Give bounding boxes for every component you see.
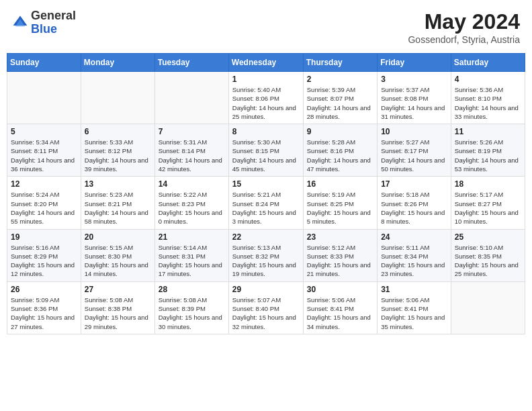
calendar-cell: 16Sunrise: 5:19 AM Sunset: 8:25 PM Dayli… — [303, 177, 377, 229]
calendar-cell: 28Sunrise: 5:08 AM Sunset: 8:39 PM Dayli… — [154, 281, 228, 334]
calendar-header-row: SundayMondayTuesdayWednesdayThursdayFrid… — [7, 54, 525, 72]
day-number: 2 — [307, 75, 373, 84]
calendar-cell: 11Sunrise: 5:26 AM Sunset: 8:19 PM Dayli… — [451, 124, 525, 177]
calendar-week-row: 1Sunrise: 5:40 AM Sunset: 8:06 PM Daylig… — [7, 72, 525, 124]
calendar-cell: 3Sunrise: 5:37 AM Sunset: 8:08 PM Daylig… — [378, 72, 451, 124]
logo-blue-text: Blue — [31, 22, 57, 36]
calendar-cell: 26Sunrise: 5:09 AM Sunset: 8:36 PM Dayli… — [7, 281, 81, 334]
day-number: 16 — [307, 179, 373, 189]
day-info: Sunrise: 5:39 AM Sunset: 8:07 PM Dayligh… — [307, 85, 373, 121]
day-number: 15 — [232, 179, 300, 189]
day-number: 7 — [159, 127, 225, 136]
calendar-cell: 17Sunrise: 5:18 AM Sunset: 8:26 PM Dayli… — [378, 177, 451, 229]
day-number: 29 — [232, 285, 300, 294]
day-number: 20 — [85, 232, 151, 242]
day-info: Sunrise: 5:22 AM Sunset: 8:23 PM Dayligh… — [159, 190, 225, 226]
calendar-cell — [451, 281, 525, 334]
day-number: 1 — [232, 75, 300, 84]
day-info: Sunrise: 5:16 AM Sunset: 8:29 PM Dayligh… — [11, 243, 77, 279]
day-number: 4 — [455, 75, 521, 84]
day-number: 18 — [455, 179, 521, 189]
day-info: Sunrise: 5:28 AM Sunset: 8:16 PM Dayligh… — [307, 138, 373, 173]
day-number: 31 — [381, 285, 447, 294]
calendar-cell: 24Sunrise: 5:11 AM Sunset: 8:34 PM Dayli… — [378, 229, 451, 281]
calendar-cell: 9Sunrise: 5:28 AM Sunset: 8:16 PM Daylig… — [303, 124, 377, 177]
column-header-thursday: Thursday — [303, 54, 377, 72]
calendar-cell: 31Sunrise: 5:06 AM Sunset: 8:41 PM Dayli… — [378, 281, 451, 334]
day-info: Sunrise: 5:34 AM Sunset: 8:11 PM Dayligh… — [11, 138, 77, 173]
column-header-tuesday: Tuesday — [154, 54, 228, 72]
column-header-sunday: Sunday — [7, 54, 81, 72]
day-number: 11 — [455, 127, 521, 136]
day-number: 28 — [159, 285, 225, 294]
calendar-week-row: 5Sunrise: 5:34 AM Sunset: 8:11 PM Daylig… — [7, 124, 525, 177]
calendar-cell — [7, 72, 81, 124]
calendar-week-row: 12Sunrise: 5:24 AM Sunset: 8:20 PM Dayli… — [7, 177, 525, 229]
calendar-cell: 20Sunrise: 5:15 AM Sunset: 8:30 PM Dayli… — [81, 229, 154, 281]
calendar-cell: 4Sunrise: 5:36 AM Sunset: 8:10 PM Daylig… — [451, 72, 525, 124]
day-number: 8 — [232, 127, 300, 136]
calendar-cell: 18Sunrise: 5:17 AM Sunset: 8:27 PM Dayli… — [451, 177, 525, 229]
day-number: 13 — [85, 179, 151, 189]
column-header-wednesday: Wednesday — [228, 54, 303, 72]
calendar-week-row: 26Sunrise: 5:09 AM Sunset: 8:36 PM Dayli… — [7, 281, 525, 334]
day-info: Sunrise: 5:10 AM Sunset: 8:35 PM Dayligh… — [455, 243, 521, 279]
day-info: Sunrise: 5:13 AM Sunset: 8:32 PM Dayligh… — [232, 243, 300, 279]
day-number: 30 — [307, 285, 373, 294]
column-header-monday: Monday — [81, 54, 154, 72]
day-info: Sunrise: 5:27 AM Sunset: 8:17 PM Dayligh… — [381, 138, 447, 173]
calendar-cell: 14Sunrise: 5:22 AM Sunset: 8:23 PM Dayli… — [154, 177, 228, 229]
day-info: Sunrise: 5:08 AM Sunset: 8:38 PM Dayligh… — [85, 295, 151, 331]
day-number: 3 — [381, 75, 447, 84]
calendar-cell: 22Sunrise: 5:13 AM Sunset: 8:32 PM Dayli… — [228, 229, 303, 281]
day-info: Sunrise: 5:06 AM Sunset: 8:41 PM Dayligh… — [307, 295, 373, 331]
day-info: Sunrise: 5:08 AM Sunset: 8:39 PM Dayligh… — [159, 295, 225, 331]
calendar-cell — [81, 72, 154, 124]
calendar-cell: 23Sunrise: 5:12 AM Sunset: 8:33 PM Dayli… — [303, 229, 377, 281]
month-year-title: May 2024 — [408, 9, 520, 34]
day-info: Sunrise: 5:11 AM Sunset: 8:34 PM Dayligh… — [381, 243, 447, 279]
day-info: Sunrise: 5:24 AM Sunset: 8:20 PM Dayligh… — [11, 190, 77, 226]
day-info: Sunrise: 5:26 AM Sunset: 8:19 PM Dayligh… — [455, 138, 521, 173]
day-info: Sunrise: 5:12 AM Sunset: 8:33 PM Dayligh… — [307, 243, 373, 279]
day-info: Sunrise: 5:19 AM Sunset: 8:25 PM Dayligh… — [307, 190, 373, 226]
day-info: Sunrise: 5:36 AM Sunset: 8:10 PM Dayligh… — [455, 85, 521, 121]
calendar-cell: 29Sunrise: 5:07 AM Sunset: 8:40 PM Dayli… — [228, 281, 303, 334]
location-subtitle: Gossendorf, Styria, Austria — [408, 34, 520, 45]
day-info: Sunrise: 5:15 AM Sunset: 8:30 PM Dayligh… — [85, 243, 151, 279]
calendar-week-row: 19Sunrise: 5:16 AM Sunset: 8:29 PM Dayli… — [7, 229, 525, 281]
day-info: Sunrise: 5:40 AM Sunset: 8:06 PM Dayligh… — [232, 85, 300, 121]
calendar-cell: 10Sunrise: 5:27 AM Sunset: 8:17 PM Dayli… — [378, 124, 451, 177]
page-header: General Blue May 2024 Gossendorf, Styria… — [7, 7, 525, 48]
calendar-cell: 5Sunrise: 5:34 AM Sunset: 8:11 PM Daylig… — [7, 124, 81, 177]
calendar-cell: 13Sunrise: 5:23 AM Sunset: 8:21 PM Dayli… — [81, 177, 154, 229]
day-info: Sunrise: 5:07 AM Sunset: 8:40 PM Dayligh… — [232, 295, 300, 331]
calendar-table: SundayMondayTuesdayWednesdayThursdayFrid… — [7, 53, 525, 334]
day-info: Sunrise: 5:09 AM Sunset: 8:36 PM Dayligh… — [11, 295, 77, 331]
calendar-cell — [154, 72, 228, 124]
day-info: Sunrise: 5:33 AM Sunset: 8:12 PM Dayligh… — [85, 138, 151, 173]
calendar-cell: 1Sunrise: 5:40 AM Sunset: 8:06 PM Daylig… — [228, 72, 303, 124]
day-info: Sunrise: 5:30 AM Sunset: 8:15 PM Dayligh… — [232, 138, 300, 173]
day-number: 25 — [455, 232, 521, 242]
calendar-cell: 25Sunrise: 5:10 AM Sunset: 8:35 PM Dayli… — [451, 229, 525, 281]
day-number: 5 — [11, 127, 77, 136]
day-info: Sunrise: 5:18 AM Sunset: 8:26 PM Dayligh… — [381, 190, 447, 226]
day-number: 26 — [11, 285, 77, 294]
calendar-cell: 12Sunrise: 5:24 AM Sunset: 8:20 PM Dayli… — [7, 177, 81, 229]
day-number: 21 — [159, 232, 225, 242]
calendar-cell: 19Sunrise: 5:16 AM Sunset: 8:29 PM Dayli… — [7, 229, 81, 281]
day-info: Sunrise: 5:23 AM Sunset: 8:21 PM Dayligh… — [85, 190, 151, 226]
column-header-saturday: Saturday — [451, 54, 525, 72]
day-info: Sunrise: 5:37 AM Sunset: 8:08 PM Dayligh… — [381, 85, 447, 121]
calendar-cell: 7Sunrise: 5:31 AM Sunset: 8:14 PM Daylig… — [154, 124, 228, 177]
day-number: 22 — [232, 232, 300, 242]
day-number: 12 — [11, 179, 77, 189]
day-number: 10 — [381, 127, 447, 136]
calendar-cell: 21Sunrise: 5:14 AM Sunset: 8:31 PM Dayli… — [154, 229, 228, 281]
day-number: 17 — [381, 179, 447, 189]
day-number: 14 — [159, 179, 225, 189]
day-number: 23 — [307, 232, 373, 242]
day-info: Sunrise: 5:31 AM Sunset: 8:14 PM Dayligh… — [159, 138, 225, 173]
day-number: 6 — [85, 127, 151, 136]
